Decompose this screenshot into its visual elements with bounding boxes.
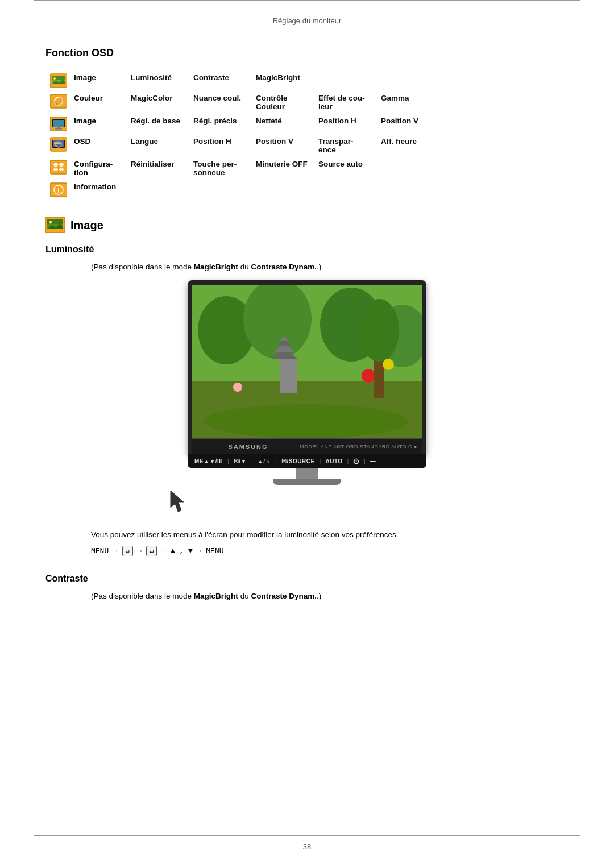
osd-row-config: Configura- tion Réinitialiser Touche per… — [45, 157, 439, 180]
config-icon — [50, 160, 67, 175]
svg-rect-16 — [54, 143, 61, 144]
info-icon: i — [50, 182, 67, 197]
osd-sub-affheure: Aff. heure — [376, 134, 439, 157]
contraste-title: Contraste — [45, 574, 569, 584]
monitor-wrapper: SAMSUNG MODEL ANP ANT ORD STANDARD AUTO … — [188, 280, 426, 485]
key-enter1: ↵ — [122, 546, 133, 556]
luminosite-title: Luminosité — [45, 244, 569, 255]
osd-table: Image Luminosité Contraste MagicBright — [45, 70, 439, 200]
icon-cell-monitor — [45, 114, 69, 134]
arrow-indicator-area — [45, 488, 569, 516]
control-power: ⏻ — [353, 458, 359, 464]
stand-base — [273, 479, 341, 485]
osd-sub-luminosite: Luminosité — [126, 70, 189, 91]
contraste-note: (Pas disponible dans le mode MagicBright… — [91, 592, 569, 600]
svg-point-3 — [53, 77, 56, 80]
icon-cell-info: i — [45, 180, 69, 200]
menu-path: MENU → ↵ → ↵ → ▲ , ▼ → MENU — [91, 546, 569, 556]
osd-sub-posv2: Position V — [251, 134, 314, 157]
svg-point-52 — [383, 359, 394, 370]
icon-cell-config — [45, 157, 69, 180]
image-section-header: Image — [45, 217, 569, 233]
osd-row-couleur: Couleur MagicColor Nuance coul. Contrôle… — [45, 91, 439, 114]
osd-sub-source: Source auto — [314, 157, 376, 180]
osd-sub-touche: Touche per- sonneue — [189, 157, 251, 180]
osd-sub-effet: Effet de cou- leur — [314, 91, 376, 114]
contraste-dynam-bold: Contraste Dynam. — [251, 263, 317, 271]
control-btn2: ☒/▼ — [234, 458, 247, 464]
osd-row-osd: OSD Langue Position H Position V Transpa… — [45, 134, 439, 157]
monitor-screen — [192, 285, 422, 438]
fonction-osd-title: Fonction OSD — [45, 47, 569, 59]
monitor-container: SAMSUNG MODEL ANP ANT ORD STANDARD AUTO … — [45, 280, 569, 485]
luminosite-description: Vous pouvez utiliser les menus à l'écran… — [91, 530, 569, 539]
osd-sub-posh2: Position H — [189, 134, 251, 157]
osd-sub-nuance: Nuance coul. — [189, 91, 251, 114]
cursor-arrow-icon — [159, 488, 193, 516]
image-title-text: Image — [70, 219, 103, 232]
osd-icon — [50, 137, 67, 152]
svg-rect-9 — [53, 120, 64, 127]
svg-rect-5 — [50, 94, 67, 108]
osd-sub-magicbright: MagicBright — [251, 70, 314, 91]
contraste-section: Contraste (Pas disponible dans le mode M… — [45, 574, 569, 600]
osd-sub-reglprecis: Régl. précis — [189, 114, 251, 134]
svg-rect-10 — [57, 127, 60, 128]
control-source: ☒/SOURCE — [281, 458, 315, 464]
magicbright-bold: MagicBright — [194, 263, 238, 271]
monitor-stand — [188, 468, 426, 485]
main-content: Fonction OSD Image Luminosité Contraste … — [0, 47, 614, 600]
icon-cell-couleur — [45, 91, 69, 114]
osd-sub-minuterie: Minuterie OFF — [251, 157, 314, 180]
control-dash: — — [370, 458, 376, 464]
osd-name-osd: OSD — [69, 134, 126, 157]
color-icon — [50, 94, 67, 109]
monitor-brand-bar: SAMSUNG MODEL ANP ANT ORD STANDARD AUTO … — [192, 438, 422, 454]
svg-rect-42 — [280, 359, 297, 393]
header-text: Réglage du moniteur — [273, 16, 342, 25]
contraste-magicbright-bold: MagicBright — [194, 592, 238, 600]
svg-point-47 — [362, 369, 375, 383]
desc-text-span: Vous pouvez utiliser les menus à l'écran… — [91, 530, 399, 539]
osd-sub-transpar: Transpar- ence — [314, 134, 376, 157]
monitor-info-text: MODEL ANP ANT ORD STANDARD AUTO C ● — [300, 444, 417, 450]
osd-name-image: Image — [69, 70, 126, 91]
icon-cell-image — [45, 70, 69, 91]
svg-point-34 — [49, 221, 52, 224]
osd-row-image2: Image Régl. de base Régl. précis Netteté… — [45, 114, 439, 134]
bottom-rule — [34, 835, 580, 836]
osd-sub-posh: Position H — [314, 114, 376, 134]
svg-rect-24 — [53, 164, 58, 165]
osd-name-couleur: Couleur — [69, 91, 126, 114]
svg-point-51 — [204, 404, 408, 438]
samsung-logo: SAMSUNG — [197, 443, 300, 450]
osd-sub-nettete: Netteté — [251, 114, 314, 134]
monitor-outer: SAMSUNG MODEL ANP ANT ORD STANDARD AUTO … — [188, 280, 426, 454]
top-rule — [34, 0, 580, 6]
osd-sub-posv: Position V — [376, 114, 439, 134]
image-icon — [50, 73, 67, 88]
svg-point-50 — [359, 299, 399, 362]
svg-rect-26 — [53, 169, 58, 170]
monitor-icon — [50, 117, 67, 131]
osd-sub-reglbase: Régl. de base — [126, 114, 189, 134]
contraste-dynam2-bold: Contraste Dynam. — [251, 592, 317, 600]
osd-sub-contraste: Contraste — [189, 70, 251, 91]
monitor-controls-bar: ME▲▼/III | ☒/▼ | ▲/☼ | ☒/SOURCE | AUTO |… — [188, 454, 426, 468]
bottom-area: 38 — [0, 835, 614, 851]
osd-sub-langue: Langue — [126, 134, 189, 157]
osd-row-image: Image Luminosité Contraste MagicBright — [45, 70, 439, 91]
icon-cell-osd — [45, 134, 69, 157]
page-header: Réglage du moniteur — [0, 6, 614, 30]
osd-sub-gamma: Gamma — [376, 91, 439, 114]
luminosite-note: (Pas disponible dans le mode MagicBright… — [91, 263, 569, 271]
svg-rect-25 — [59, 164, 64, 165]
svg-rect-11 — [55, 128, 62, 130]
header-rule — [34, 30, 580, 30]
key-enter2: ↵ — [146, 546, 157, 556]
osd-name-config: Configura- tion — [69, 157, 126, 180]
image-section-icon — [45, 217, 65, 233]
svg-point-48 — [233, 383, 242, 392]
osd-sub-reinit: Réinitialiser — [126, 157, 189, 180]
osd-name-image2: Image — [69, 114, 126, 134]
